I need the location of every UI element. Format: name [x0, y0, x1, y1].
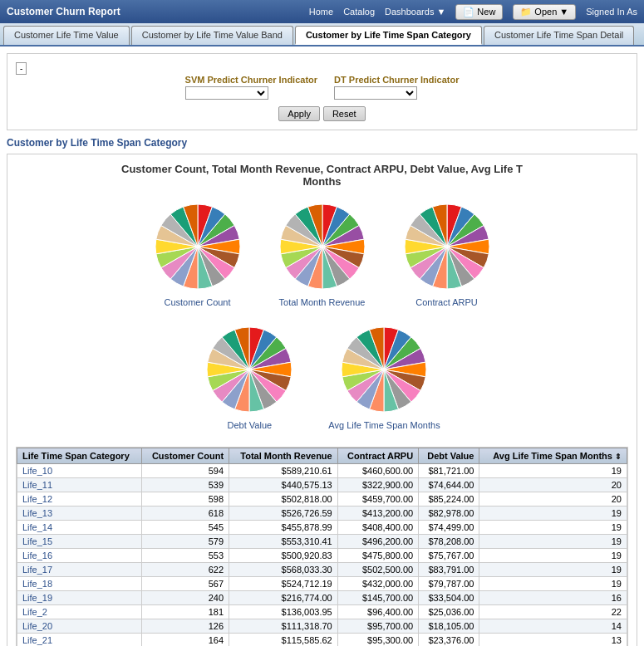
- cell-arpu: $460,600.00: [337, 464, 418, 478]
- cell-life: 22: [479, 605, 627, 619]
- cell-count: 181: [142, 605, 229, 619]
- dt-select[interactable]: [335, 87, 416, 99]
- cell-arpu: $95,700.00: [337, 619, 418, 634]
- cell-category: Life_18: [17, 577, 142, 591]
- svm-select[interactable]: [186, 87, 268, 99]
- cell-life: 19: [479, 464, 627, 478]
- cell-revenue: $524,712.19: [229, 577, 338, 591]
- filter-row: SVM Predict Churner Indicator DT Predict…: [16, 75, 628, 100]
- pie2-label: Total Month Revenue: [279, 297, 366, 307]
- cell-debt: $83,791.00: [419, 563, 479, 577]
- cell-category: Life_21: [17, 634, 142, 647]
- collapse-button[interactable]: -: [16, 62, 27, 75]
- cell-arpu: $432,000.00: [337, 577, 418, 591]
- cell-category: Life_14: [17, 521, 142, 535]
- customer-count-chart: [152, 201, 243, 292]
- filter-area: - SVM Predict Churner Indicator DT Predi…: [7, 53, 637, 130]
- chart-area: Customer Count, Total Month Revenue, Con…: [7, 154, 637, 646]
- col-header-debt: Debt Value: [419, 448, 479, 464]
- section-title: Customer by Life Time Span Category: [7, 137, 637, 149]
- cell-life: 19: [479, 535, 627, 549]
- tab-customer-life-time-span-detail[interactable]: Customer Life Time Span Detail: [484, 26, 634, 45]
- cell-life: 19: [479, 507, 627, 521]
- apply-button[interactable]: Apply: [278, 106, 320, 121]
- cell-category: Life_19: [17, 591, 142, 605]
- cell-count: 567: [142, 577, 229, 591]
- pie5-label: Avg Life Time Span Months: [328, 420, 440, 430]
- new-button[interactable]: 📄 New: [455, 4, 503, 20]
- cell-count: 598: [142, 492, 229, 507]
- data-table: Life Time Span Category Customer Count T…: [17, 448, 627, 646]
- cell-category: Life_10: [17, 464, 142, 478]
- table-row: Life_10 594 $589,210.61 $460,600.00 $81,…: [17, 464, 627, 478]
- catalog-link[interactable]: Catalog: [343, 7, 375, 17]
- cell-category: Life_20: [17, 619, 142, 634]
- col-header-category: Life Time Span Category: [17, 448, 142, 464]
- open-button[interactable]: 📁 Open ▼: [513, 4, 576, 20]
- cell-category: Life_12: [17, 492, 142, 507]
- cell-count: 622: [142, 563, 229, 577]
- tab-customer-life-time-span-category[interactable]: Customer by Life Time Span Category: [295, 26, 482, 45]
- top-navigation: Customer Churn Report Home Catalog Dashb…: [0, 0, 644, 23]
- cell-count: 539: [142, 478, 229, 492]
- col-header-life: Avg Life Time Span Months ⇕: [479, 448, 627, 464]
- cell-count: 164: [142, 634, 229, 647]
- dt-label: DT Predict Churner Indicator: [334, 75, 459, 85]
- total-month-revenue-chart: [277, 201, 368, 292]
- table-row: Life_21 164 $115,585.62 $95,300.00 $23,3…: [17, 634, 627, 647]
- filter-buttons: Apply Reset: [16, 106, 628, 121]
- sort-icon[interactable]: ⇕: [615, 453, 622, 461]
- pie-total-month-revenue: Total Month Revenue: [277, 201, 368, 307]
- cell-revenue: $216,774.00: [229, 591, 338, 605]
- cell-count: 545: [142, 521, 229, 535]
- pie-customer-count: Customer Count: [152, 201, 243, 307]
- col-header-count: Customer Count: [142, 448, 229, 464]
- cell-category: Life_17: [17, 563, 142, 577]
- cell-debt: $33,504.00: [419, 591, 479, 605]
- tab-customer-life-time-value-band[interactable]: Customer by Life Time Value Band: [131, 26, 293, 45]
- cell-revenue: $136,003.95: [229, 605, 338, 619]
- cell-revenue: $455,878.99: [229, 521, 338, 535]
- cell-debt: $75,767.00: [419, 549, 479, 563]
- tab-bar: Customer Life Time Value Customer by Lif…: [0, 23, 644, 46]
- pie4-label: Debt Value: [228, 420, 273, 430]
- cell-revenue: $115,585.62: [229, 634, 338, 647]
- signed-in-link[interactable]: Signed In As: [586, 7, 637, 17]
- cell-revenue: $502,818.00: [229, 492, 338, 507]
- cell-arpu: $475,800.00: [337, 549, 418, 563]
- nav-left: Customer Churn Report: [7, 6, 120, 17]
- svm-label: SVM Predict Churner Indicator: [185, 75, 318, 85]
- table-row: Life_2 181 $136,003.95 $96,400.00 $25,03…: [17, 605, 627, 619]
- cell-revenue: $111,318.70: [229, 619, 338, 634]
- avg-life-chart: [338, 324, 430, 415]
- pie-row-2: Debt Value Avg Life Time Span Months: [16, 324, 628, 430]
- reset-button[interactable]: Reset: [323, 106, 366, 121]
- table-row: Life_14 545 $455,878.99 $408,400.00 $74,…: [17, 521, 627, 535]
- app-title: Customer Churn Report: [7, 6, 120, 17]
- tab-customer-life-time-value[interactable]: Customer Life Time Value: [3, 26, 130, 45]
- cell-debt: $74,644.00: [419, 478, 479, 492]
- folder-icon: 📁: [520, 7, 532, 17]
- pie-contract-arpu: Contract ARPU: [401, 201, 493, 307]
- table-row: Life_15 579 $553,310.41 $496,200.00 $78,…: [17, 535, 627, 549]
- debt-value-chart: [204, 324, 295, 415]
- cell-revenue: $553,310.41: [229, 535, 338, 549]
- cell-life: 20: [479, 492, 627, 507]
- cell-life: 13: [479, 634, 627, 647]
- cell-debt: $74,499.00: [419, 521, 479, 535]
- table-row: Life_20 126 $111,318.70 $95,700.00 $18,1…: [17, 619, 627, 634]
- cell-arpu: $502,500.00: [337, 563, 418, 577]
- cell-count: 126: [142, 619, 229, 634]
- dashboards-dropdown[interactable]: Dashboards ▼: [385, 7, 445, 17]
- pie-debt-value: Debt Value: [204, 324, 295, 430]
- cell-debt: $81,721.00: [419, 464, 479, 478]
- nav-right: Home Catalog Dashboards ▼ 📄 New 📁 Open ▼…: [309, 4, 637, 20]
- dt-select-wrapper: [334, 86, 417, 100]
- data-table-wrapper: Life Time Span Category Customer Count T…: [16, 447, 628, 646]
- cell-arpu: $145,700.00: [337, 591, 418, 605]
- cell-revenue: $440,575.13: [229, 478, 338, 492]
- cell-arpu: $322,900.00: [337, 478, 418, 492]
- home-link[interactable]: Home: [309, 7, 333, 17]
- cell-life: 19: [479, 577, 627, 591]
- cell-arpu: $413,200.00: [337, 507, 418, 521]
